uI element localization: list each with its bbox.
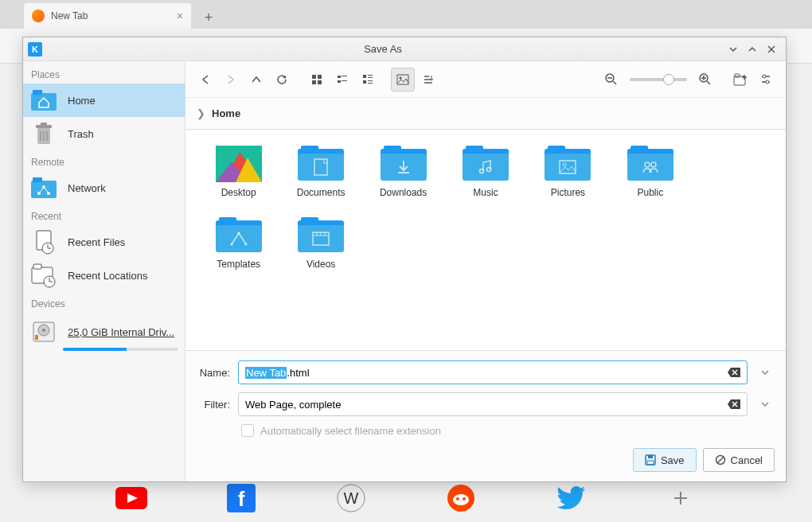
trash-icon	[29, 122, 58, 146]
forward-button[interactable]	[219, 68, 243, 92]
drive-icon	[29, 320, 58, 344]
folder-videos[interactable]: Videos	[283, 214, 357, 273]
folder-documents[interactable]: Documents	[283, 142, 357, 201]
new-folder-button[interactable]	[728, 68, 752, 92]
sidebar-label: Network	[68, 182, 106, 194]
browser-tab[interactable]: New Tab ×	[24, 3, 191, 29]
folder-label: Desktop	[221, 187, 256, 198]
svg-rect-18	[41, 123, 47, 126]
svg-rect-48	[342, 76, 347, 76]
network-folder-icon	[29, 176, 58, 200]
storage-usage-bar	[63, 348, 178, 351]
shortcut-youtube[interactable]	[112, 479, 150, 517]
remote-header: Remote	[23, 150, 185, 171]
back-button[interactable]	[193, 68, 217, 92]
shortcut-add[interactable]	[662, 479, 700, 517]
close-icon[interactable]: ×	[177, 10, 183, 22]
compact-view-button[interactable]	[330, 68, 354, 92]
folder-label: Pictures	[551, 187, 585, 198]
file-grid: Desktop Documents Downloads Music Pictur…	[185, 130, 786, 350]
sidebar-item-network[interactable]: Network	[23, 171, 185, 205]
svg-point-88	[645, 162, 650, 167]
reload-button[interactable]	[270, 68, 294, 92]
clear-icon[interactable]	[728, 399, 740, 409]
folder-label: Templates	[217, 259, 260, 270]
filter-input[interactable]: Web Page, complete	[238, 392, 748, 416]
shortcut-twitter[interactable]	[552, 479, 590, 517]
breadcrumb[interactable]: ❯ Home	[185, 98, 786, 130]
svg-rect-103	[648, 455, 653, 458]
places-sidebar: Places Home Trash Remote Network Recent …	[23, 61, 185, 481]
svg-rect-51	[363, 75, 366, 78]
name-input[interactable]: New Tab.html	[238, 360, 748, 384]
minimize-button[interactable]	[724, 40, 743, 59]
sidebar-item-recent-files[interactable]: Recent Files	[23, 225, 185, 259]
preview-button[interactable]	[391, 68, 415, 92]
auto-extension-checkbox[interactable]	[241, 424, 254, 437]
svg-rect-22	[31, 181, 57, 198]
sort-button[interactable]	[416, 68, 440, 92]
filter-value: Web Page, complete	[245, 399, 341, 411]
shortcut-reddit[interactable]	[442, 479, 480, 517]
svg-rect-54	[363, 80, 366, 84]
svg-point-76	[766, 80, 769, 84]
folder-pictures[interactable]: Pictures	[531, 142, 605, 201]
sidebar-item-trash[interactable]: Trash	[23, 117, 185, 150]
titlebar: K Save As	[23, 37, 786, 61]
folder-public[interactable]: Public	[613, 142, 687, 201]
recent-files-icon	[29, 230, 58, 254]
filter-dropdown-button[interactable]	[755, 392, 775, 416]
folder-label: Public	[638, 187, 664, 198]
settings-button[interactable]	[754, 68, 778, 92]
svg-line-66	[707, 81, 710, 84]
kde-icon: K	[28, 42, 42, 56]
svg-rect-43	[312, 75, 316, 79]
documents-folder-icon	[298, 146, 344, 182]
sidebar-item-drive[interactable]: 25,0 GiB Internal Driv...	[23, 313, 185, 346]
recent-locations-icon	[29, 263, 58, 287]
filter-label: Filter:	[197, 399, 230, 411]
zoom-out-button[interactable]	[599, 68, 623, 92]
breadcrumb-home[interactable]: Home	[212, 107, 240, 119]
auto-extension-label: Automatically select filename extension	[260, 425, 441, 437]
icons-view-button[interactable]	[305, 68, 329, 92]
folder-templates[interactable]: Templates	[201, 214, 275, 273]
svg-point-8	[456, 497, 459, 501]
svg-text:W: W	[344, 489, 359, 507]
clear-icon[interactable]	[728, 368, 740, 377]
new-tab-button[interactable]: +	[197, 6, 220, 29]
svg-rect-81	[314, 159, 327, 175]
up-button[interactable]	[244, 68, 268, 92]
cancel-button[interactable]: Cancel	[703, 448, 775, 472]
svg-rect-46	[318, 80, 322, 84]
desktop-thumbnail-icon	[216, 146, 262, 182]
save-button[interactable]: Save	[633, 448, 697, 472]
shortcut-facebook[interactable]: f	[222, 479, 260, 517]
folder-desktop[interactable]: Desktop	[201, 142, 275, 201]
name-dropdown-button[interactable]	[755, 360, 775, 384]
name-label: Name:	[197, 367, 230, 379]
sidebar-label: Recent Files	[68, 236, 125, 248]
svg-point-84	[479, 169, 483, 173]
folder-downloads[interactable]: Downloads	[366, 142, 440, 201]
svg-line-106	[717, 457, 724, 463]
folder-label: Documents	[297, 187, 345, 198]
devices-header: Devices	[23, 292, 185, 313]
svg-rect-49	[338, 80, 341, 83]
home-folder-icon	[29, 88, 58, 112]
details-view-button[interactable]	[356, 68, 380, 92]
svg-rect-50	[342, 80, 347, 81]
svg-rect-86	[560, 161, 576, 173]
svg-rect-55	[368, 80, 373, 81]
maximize-button[interactable]	[743, 40, 762, 59]
save-icon	[645, 454, 656, 466]
shortcut-wikipedia[interactable]: W	[332, 479, 370, 517]
svg-rect-47	[338, 76, 341, 78]
zoom-slider[interactable]	[630, 78, 687, 81]
sidebar-item-home[interactable]: Home	[23, 84, 185, 117]
close-button[interactable]	[762, 40, 781, 59]
svg-point-92	[244, 243, 247, 246]
sidebar-item-recent-locations[interactable]: Recent Locations	[23, 259, 185, 292]
zoom-in-button[interactable]	[693, 68, 717, 92]
folder-music[interactable]: Music	[448, 142, 522, 201]
